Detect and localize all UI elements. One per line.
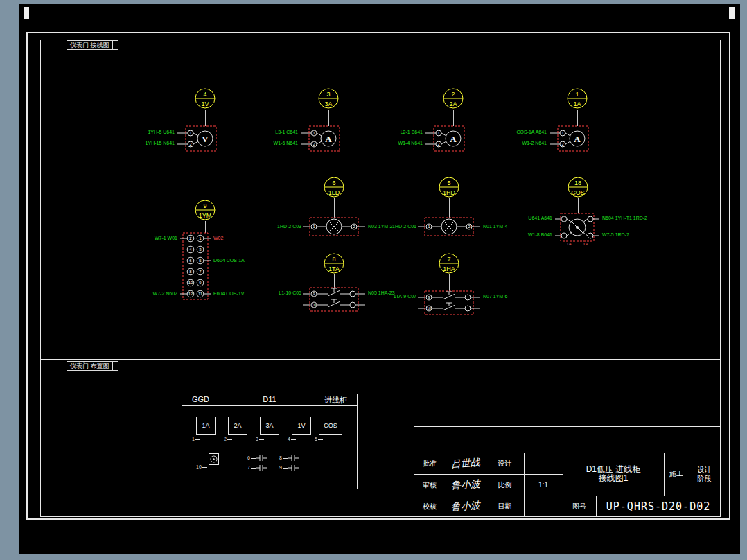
approver-signature: 吕世战 <box>445 451 486 475</box>
wire-label: COS-1A A641 <box>487 130 547 135</box>
wire-label: L3-1 C641 <box>238 130 298 135</box>
tag-circle-1ha: 71HA <box>438 252 460 274</box>
section-label-wiring: 仪表门 接线图 <box>67 40 118 50</box>
ammeter-symbol-1a: COS-1A A641 W1-2 N641 12 A <box>487 123 591 157</box>
svg-text:2: 2 <box>313 142 315 146</box>
panel-button-glyph <box>256 455 267 462</box>
wire-label: 1HD-2 C03 <box>253 224 301 229</box>
svg-text:2: 2 <box>189 236 192 240</box>
lamp-glyph: 1 2 <box>303 214 365 239</box>
titleblock-label-check: 校核 <box>414 496 446 517</box>
wire-label: L1-10 C05 <box>253 290 301 296</box>
svg-text:2: 2 <box>561 142 563 146</box>
button-glyph: 9 10 <box>418 289 480 317</box>
cad-viewport: 仪表门 接线图 仪表门 布置图 41V 33A 22A 11A 61LD 51H… <box>0 0 747 560</box>
svg-text:6: 6 <box>332 180 335 186</box>
wire-label: W7-1 W01 <box>125 236 177 241</box>
section-divider <box>40 359 721 360</box>
position-index: 5 <box>315 437 323 442</box>
svg-text:A: A <box>450 134 457 144</box>
terminal-strip-glyph: 21 43 65 87 109 1211 <box>180 231 211 301</box>
svg-text:1: 1 <box>561 131 563 135</box>
tag-circle-3a: 33A <box>317 87 340 110</box>
svg-text:1: 1 <box>437 131 439 135</box>
wire-label: W1-2 N641 <box>487 141 547 146</box>
tag-circle-2a: 22A <box>442 87 464 110</box>
checker-signature: 鲁小波 <box>445 494 486 518</box>
position-index: 2 <box>224 437 232 442</box>
wire-label: W7-2 N602 <box>125 291 177 297</box>
fold-mark <box>24 7 29 19</box>
ammeter-symbol-3a: L3-1 C641 W1-6 N641 12 A <box>238 123 342 157</box>
wire-label: 1HD-2 C01 <box>368 224 416 229</box>
position-index: 3 <box>256 437 264 442</box>
layout-header-right: 进线柜 <box>324 395 347 405</box>
svg-text:1: 1 <box>189 131 191 135</box>
wire-label: U641 A641 <box>494 216 552 221</box>
svg-text:5: 5 <box>447 180 450 186</box>
wire-label: 1YH-15 N641 <box>115 141 175 146</box>
section-label-layout: 仪表门 布置图 <box>67 361 118 371</box>
tag-circle-1a: 11A <box>566 87 588 110</box>
svg-text:1: 1 <box>199 236 202 240</box>
meter-glyph: 12 A <box>550 123 591 154</box>
ammeter-symbol-2a: L2-1 B641 W1-4 N641 12 A <box>363 123 467 157</box>
svg-text:1A: 1A <box>573 100 581 107</box>
svg-text:V: V <box>202 134 209 144</box>
section-label-cap <box>112 362 118 370</box>
wire-label: L2-1 B641 <box>363 130 423 135</box>
svg-text:18: 18 <box>574 180 581 186</box>
svg-text:4: 4 <box>203 91 206 98</box>
svg-text:9: 9 <box>203 202 206 209</box>
cos-glyph: 1A 1V <box>555 211 599 247</box>
tag-circle-cos: 18COS <box>567 176 589 198</box>
svg-text:1YM: 1YM <box>199 212 212 219</box>
position-index: 10 <box>196 464 207 470</box>
svg-text:COS: COS <box>571 189 585 196</box>
design-stage-label: 设计 阶段 <box>689 453 720 496</box>
instrument-box-1a: 1A <box>196 417 216 435</box>
position-index: 8 <box>279 455 288 461</box>
svg-text:7: 7 <box>199 270 202 274</box>
svg-text:1V: 1V <box>201 100 209 107</box>
svg-text:1: 1 <box>313 131 315 135</box>
drawing-no-label: 图号 <box>563 496 596 517</box>
layout-diagram: GGD D11 进线柜 1A 2A 3A 1V COS 1 2 3 4 5 10… <box>182 394 358 489</box>
svg-text:A: A <box>574 134 581 144</box>
button-glyph: 9 10 <box>303 286 365 313</box>
svg-text:10: 10 <box>188 281 193 285</box>
meter-glyph: 12 A <box>301 123 342 154</box>
wire-label: W1-4 N641 <box>363 141 423 146</box>
svg-text:10: 10 <box>427 306 431 310</box>
fold-mark <box>729 7 735 19</box>
svg-text:1HD: 1HD <box>443 189 456 196</box>
tag-circle-1ta: 81TA <box>323 252 345 274</box>
instrument-box-1v: 1V <box>292 417 311 435</box>
drawing-number: UP-QHRS-D20-D02 <box>596 496 721 517</box>
layout-header-left: GGD <box>192 395 209 403</box>
layout-body: 1A 2A 3A 1V COS 1 2 3 4 5 10 6 7 8 <box>182 406 357 489</box>
instrument-box-cos: COS <box>319 417 342 435</box>
svg-text:1V: 1V <box>583 242 588 246</box>
design-stage-line2: 阶段 <box>698 474 712 483</box>
wire-label: D604 COS-1A <box>213 258 245 263</box>
titleblock-label-approve: 批准 <box>414 453 446 474</box>
wire-label: W1-8 B641 <box>494 232 552 238</box>
svg-text:9: 9 <box>428 295 430 299</box>
svg-text:7: 7 <box>447 256 450 263</box>
wire-label: N07 1YM-6 <box>483 294 531 299</box>
position-index: 1 <box>192 437 200 442</box>
design-value <box>524 453 563 474</box>
tag-circle-1hd: 51HD <box>438 176 460 198</box>
wire-label: W02 <box>213 236 223 241</box>
svg-text:8: 8 <box>189 270 192 274</box>
panel-button-glyph <box>256 464 267 471</box>
meter-glyph: 12 V <box>177 123 219 154</box>
tag-circle-1ym: 91YM <box>194 199 216 221</box>
svg-text:1A: 1A <box>566 242 571 246</box>
svg-text:2: 2 <box>451 91 455 98</box>
svg-text:2A: 2A <box>449 100 457 107</box>
titleblock-label-date: 日期 <box>486 496 524 517</box>
panel-button-glyph <box>288 464 299 471</box>
section-label-cap <box>112 41 118 49</box>
